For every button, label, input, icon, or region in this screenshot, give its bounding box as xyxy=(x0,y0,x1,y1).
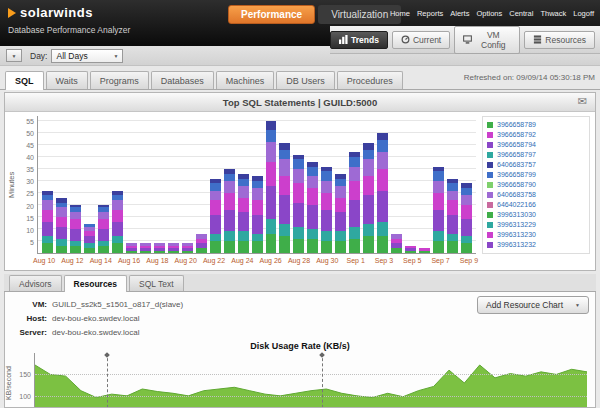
bar-segment[interactable] xyxy=(293,183,304,202)
bar-segment[interactable] xyxy=(335,198,346,212)
bar-segment[interactable] xyxy=(363,159,374,176)
mode-tab-virtualization[interactable]: Virtualization xyxy=(318,5,401,24)
bar-segment[interactable] xyxy=(56,217,67,227)
nav-link-options[interactable]: Options xyxy=(476,9,502,18)
bar-segment[interactable] xyxy=(447,191,458,201)
bar-segment[interactable] xyxy=(377,191,388,222)
resource-tab-sql-text[interactable]: SQL Text xyxy=(129,275,184,291)
bar-segment[interactable] xyxy=(461,188,472,195)
bar-segment[interactable] xyxy=(349,167,360,181)
bar-segment[interactable] xyxy=(224,210,235,232)
bar-segment[interactable] xyxy=(98,246,109,253)
bar-aug-19[interactable] xyxy=(168,116,179,253)
bar-segment[interactable] xyxy=(42,200,53,210)
x-tick-label[interactable]: Aug 20 xyxy=(175,257,197,264)
bar-segment[interactable] xyxy=(112,243,123,253)
bar-segment[interactable] xyxy=(405,251,416,253)
bar-aug-16[interactable] xyxy=(126,116,137,253)
bar-segment[interactable] xyxy=(210,234,221,241)
bar-segment[interactable] xyxy=(238,198,249,212)
bar-segment[interactable] xyxy=(461,219,472,236)
bar-segment[interactable] xyxy=(279,224,290,236)
bar-segment[interactable] xyxy=(447,183,458,190)
bar-segment[interactable] xyxy=(349,239,360,253)
nav-link-central[interactable]: Central xyxy=(509,9,533,18)
resource-tab-resources[interactable]: Resources xyxy=(64,275,127,292)
bar-segment[interactable] xyxy=(210,241,221,253)
view-button-resources[interactable]: Resources xyxy=(524,31,595,49)
sql-statement-link[interactable]: 3966658799 xyxy=(497,170,536,180)
bar-aug-26[interactable] xyxy=(266,116,277,253)
sql-statement-link[interactable]: 6406683757 xyxy=(497,160,536,170)
x-tick-label[interactable]: Sep 5 xyxy=(403,257,421,264)
bar-segment[interactable] xyxy=(433,171,444,181)
bar-segment[interactable] xyxy=(307,229,318,239)
add-resource-chart-button[interactable]: Add Resource Chart ▼ xyxy=(477,296,589,314)
tab-machines[interactable]: Machines xyxy=(216,71,275,89)
nav-link-home[interactable]: Home xyxy=(390,9,410,18)
bar-segment[interactable] xyxy=(224,193,235,210)
bar-segment[interactable] xyxy=(433,181,444,193)
bar-segment[interactable] xyxy=(98,212,109,219)
bar-segment[interactable] xyxy=(349,200,360,226)
bar-segment[interactable] xyxy=(377,133,388,140)
bar-segment[interactable] xyxy=(112,222,123,236)
x-tick-label[interactable]: Aug 16 xyxy=(118,257,140,264)
bar-aug-15[interactable] xyxy=(112,116,123,253)
bar-segment[interactable] xyxy=(210,215,221,234)
bar-sep-9[interactable] xyxy=(461,116,472,253)
bar-segment[interactable] xyxy=(224,174,235,181)
bar-segment[interactable] xyxy=(238,186,249,198)
bar-segment[interactable] xyxy=(321,241,332,253)
tab-databases[interactable]: Databases xyxy=(151,71,214,89)
bar-segment[interactable] xyxy=(42,210,53,222)
bar-segment[interactable] xyxy=(377,140,388,152)
bar-sep-3[interactable] xyxy=(377,116,388,253)
bar-segment[interactable] xyxy=(419,251,430,253)
bar-segment[interactable] xyxy=(279,195,290,224)
bar-segment[interactable] xyxy=(363,143,374,150)
bar-segment[interactable] xyxy=(84,248,95,253)
bar-sep-6[interactable] xyxy=(419,116,430,253)
bar-segment[interactable] xyxy=(112,200,123,210)
x-tick-label[interactable]: Aug 14 xyxy=(90,257,112,264)
bar-segment[interactable] xyxy=(42,222,53,236)
x-tick-label[interactable]: Aug 30 xyxy=(316,257,338,264)
bar-segment[interactable] xyxy=(461,236,472,243)
bar-segment[interactable] xyxy=(279,236,290,253)
x-tick-label[interactable]: Aug 10 xyxy=(33,257,55,264)
bar-segment[interactable] xyxy=(307,176,318,188)
bar-segment[interactable] xyxy=(447,234,458,241)
bar-segment[interactable] xyxy=(56,239,67,246)
bar-segment[interactable] xyxy=(433,210,444,232)
bar-segment[interactable] xyxy=(363,176,374,195)
bar-segment[interactable] xyxy=(56,227,67,239)
bar-segment[interactable] xyxy=(321,210,332,232)
bar-segment[interactable] xyxy=(307,205,318,229)
x-tick-label[interactable]: Aug 24 xyxy=(231,257,253,264)
bar-segment[interactable] xyxy=(182,251,193,253)
sql-statement-link[interactable]: 3966658794 xyxy=(497,140,536,150)
bar-segment[interactable] xyxy=(279,150,290,160)
bar-segment[interactable] xyxy=(363,236,374,253)
bar-aug-27[interactable] xyxy=(279,116,290,253)
bar-segment[interactable] xyxy=(335,179,346,186)
x-tick-label[interactable]: Sep 7 xyxy=(431,257,449,264)
bar-aug-23[interactable] xyxy=(224,116,235,253)
x-tick-label[interactable]: Sep 1 xyxy=(346,257,364,264)
bar-segment[interactable] xyxy=(266,219,277,233)
view-button-vm-config[interactable]: VM Config xyxy=(454,26,520,54)
bar-segment[interactable] xyxy=(335,212,346,231)
bar-segment[interactable] xyxy=(391,248,402,253)
bar-segment[interactable] xyxy=(377,152,388,169)
sql-statement-link[interactable]: 3966658797 xyxy=(497,150,536,160)
bar-segment[interactable] xyxy=(461,205,472,219)
bar-segment[interactable] xyxy=(252,200,263,214)
bar-segment[interactable] xyxy=(433,231,444,241)
bar-segment[interactable] xyxy=(266,162,277,186)
bar-segment[interactable] xyxy=(266,186,277,220)
tab-db-users[interactable]: DB Users xyxy=(276,71,335,89)
bar-segment[interactable] xyxy=(321,193,332,210)
bar-segment[interactable] xyxy=(293,239,304,253)
bar-segment[interactable] xyxy=(433,193,444,210)
